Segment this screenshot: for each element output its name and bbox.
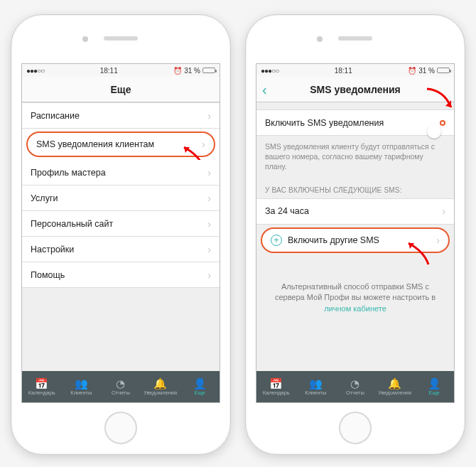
page-title: Еще <box>111 84 131 95</box>
menu-item-label: Помощь <box>31 270 207 280</box>
add-other-sms-row[interactable]: + Включить другие SMS › <box>261 227 450 253</box>
battery-icon <box>437 68 450 73</box>
nav-header: Еще <box>22 77 220 102</box>
tab-label: Уведомления <box>378 390 411 396</box>
sms-note: SMS уведомления клиенту будут отправлять… <box>256 136 454 179</box>
tab-notifications[interactable]: 🔔Уведомления <box>375 371 415 402</box>
home-button[interactable] <box>104 412 137 444</box>
chevron-right-icon: › <box>207 244 211 255</box>
tab-clients[interactable]: 👥Клиенты <box>296 371 336 402</box>
tab-notifications[interactable]: 🔔Уведомления <box>141 371 180 402</box>
tab-calendar[interactable]: 📅Календарь <box>256 371 296 402</box>
tab-more[interactable]: 👤Еще <box>414 371 454 402</box>
plus-circle-icon: + <box>271 235 282 246</box>
screen-left: ●●●○○ 18:11 ⏰ 31 % Еще Расписание › SMS … <box>21 63 220 403</box>
nav-header: ‹ SMS уведомления <box>256 77 454 102</box>
alarm-icon: ⏰ <box>173 67 182 75</box>
reports-icon: ◔ <box>350 378 359 389</box>
section-header: У ВАС ВКЛЮЧЕНЫ СЛЕДУЮЩИЕ SMS: <box>256 179 454 198</box>
sms-row-label: За 24 часа <box>265 206 442 216</box>
camera-dot <box>317 36 323 42</box>
clients-icon: 👥 <box>309 378 323 389</box>
tab-reports[interactable]: ◔Отчеты <box>335 371 375 402</box>
tab-label: Календарь <box>263 390 290 396</box>
status-time: 18:11 <box>100 67 118 75</box>
screen-right: ●●●○○ 18:11 ⏰ 31 % ‹ SMS уведомления Вкл… <box>256 63 455 403</box>
toggle-section: Включить SMS уведомления <box>256 109 454 136</box>
menu-item-schedule[interactable]: Расписание › <box>22 103 220 129</box>
personal-account-link[interactable]: личном кабинете <box>324 304 386 313</box>
tab-reports[interactable]: ◔Отчеты <box>101 371 141 402</box>
tab-bar: 📅Календарь 👥Клиенты ◔Отчеты 🔔Уведомления… <box>256 371 454 402</box>
tab-clients[interactable]: 👥Клиенты <box>62 371 102 402</box>
menu-item-label: Профиль мастера <box>31 168 207 178</box>
add-sms-label: Включить другие SMS <box>288 235 436 245</box>
person-icon: 👤 <box>193 378 207 389</box>
menu-list: Расписание › SMS уведомления клиентам › … <box>22 102 220 288</box>
chevron-right-icon: › <box>442 205 445 217</box>
tab-label: Еще <box>429 390 440 396</box>
chevron-right-icon: › <box>207 193 211 204</box>
status-bar: ●●●○○ 18:11 ⏰ 31 % <box>256 64 454 77</box>
tab-label: Еще <box>195 390 205 396</box>
menu-item-services[interactable]: Услуги › <box>22 186 220 211</box>
alarm-icon: ⏰ <box>408 67 416 75</box>
chevron-right-icon: › <box>207 218 211 230</box>
home-button[interactable] <box>339 412 372 444</box>
camera-dot <box>82 36 88 42</box>
person-icon: 👤 <box>428 378 441 389</box>
signal-icon: ●●●○○ <box>261 67 278 75</box>
tab-label: Уведомления <box>144 390 177 396</box>
phone-right: ●●●○○ 18:11 ⏰ 31 % ‹ SMS уведомления Вкл… <box>245 14 465 455</box>
chevron-right-icon: › <box>436 235 440 246</box>
menu-item-label: Настройки <box>31 245 207 254</box>
menu-item-label: Расписание <box>31 111 207 121</box>
tab-bar: 📅Календарь 👥Клиенты ◔Отчеты 🔔Уведомления… <box>22 371 220 402</box>
menu-item-help[interactable]: Помощь › <box>22 262 220 288</box>
reports-icon: ◔ <box>116 378 125 389</box>
calendar-icon: 📅 <box>35 378 48 389</box>
tab-label: Отчеты <box>346 390 364 396</box>
menu-item-master-profile[interactable]: Профиль мастера › <box>22 160 220 186</box>
speaker <box>104 36 138 41</box>
status-bar: ●●●○○ 18:11 ⏰ 31 % <box>22 64 220 77</box>
tab-calendar[interactable]: 📅Календарь <box>22 371 62 402</box>
chevron-right-icon: › <box>207 269 211 281</box>
tab-more[interactable]: 👤Еще <box>180 371 220 402</box>
toggle-row-label: Включить SMS уведомления <box>265 118 440 128</box>
chevron-right-icon: › <box>202 139 205 150</box>
tab-label: Клиенты <box>305 390 326 396</box>
battery-pct: 31 % <box>418 67 435 75</box>
signal-icon: ●●●○○ <box>26 67 44 75</box>
menu-item-personal-site[interactable]: Персональный сайт › <box>22 211 220 237</box>
enabled-sms-list: За 24 часа › <box>256 198 454 225</box>
menu-item-label: SMS уведомления клиентам <box>36 139 202 149</box>
tab-label: Отчеты <box>112 390 130 396</box>
speaker <box>338 36 372 41</box>
clients-icon: 👥 <box>75 378 88 389</box>
alt-note-text: Альтернативный способ отправки SMS с сер… <box>275 282 436 302</box>
menu-item-sms-notifications[interactable]: SMS уведомления клиентам › <box>26 131 215 157</box>
battery-icon <box>202 68 215 73</box>
back-button[interactable]: ‹ <box>262 82 267 97</box>
chevron-right-icon: › <box>207 110 211 122</box>
bell-icon: 🔔 <box>153 378 167 389</box>
calendar-icon: 📅 <box>269 378 283 389</box>
page-title: SMS уведомления <box>310 84 401 95</box>
highlight-ring <box>440 120 445 126</box>
tab-label: Клиенты <box>70 390 92 396</box>
alternative-note: Альтернативный способ отправки SMS с сер… <box>256 281 454 316</box>
chevron-right-icon: › <box>207 167 211 178</box>
status-time: 18:11 <box>335 67 352 75</box>
menu-item-label: Персональный сайт <box>31 219 207 229</box>
menu-item-settings[interactable]: Настройки › <box>22 237 220 262</box>
sms-row-24h[interactable]: За 24 часа › <box>256 199 454 225</box>
tab-label: Календарь <box>28 390 55 396</box>
menu-item-label: Услуги <box>31 193 207 203</box>
battery-pct: 31 % <box>184 67 200 75</box>
phone-left: ●●●○○ 18:11 ⏰ 31 % Еще Расписание › SMS … <box>11 14 231 455</box>
bell-icon: 🔔 <box>388 378 401 389</box>
toggle-row-enable-sms: Включить SMS уведомления <box>256 110 454 136</box>
